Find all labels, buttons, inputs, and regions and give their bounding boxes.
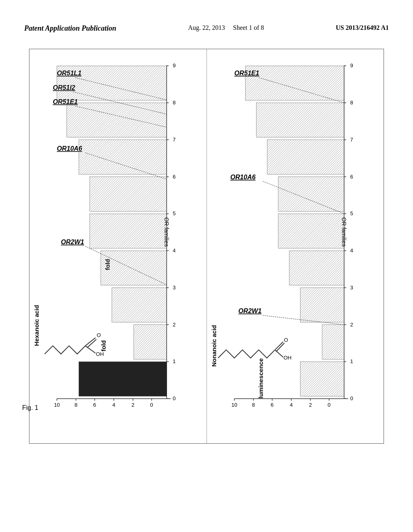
oxygen-symbol-right: O <box>284 337 288 343</box>
publication-type: Patent Application Publication <box>24 24 116 33</box>
lumi-4: 4 <box>290 402 292 408</box>
or-num-4-left: 4 <box>173 247 175 254</box>
gene-or2w1-left: OR2W1 <box>61 238 84 245</box>
or-num-5-right: 5 <box>350 210 353 216</box>
or-num-9-right: 9 <box>350 62 353 69</box>
or-num-6-right: 6 <box>350 174 353 180</box>
fold-6: 6 <box>93 402 96 408</box>
lumi-10: 10 <box>231 402 237 408</box>
bar-5-left <box>90 214 167 248</box>
or-num-4-right: 4 <box>350 247 353 254</box>
gene-or10a6-right: OR10A6 <box>230 173 256 181</box>
or-num-1-left: 1 <box>173 358 175 364</box>
bar-9-left <box>57 66 167 100</box>
page: Patent Application Publication Aug. 22, … <box>0 0 413 532</box>
svg-line-32 <box>275 350 283 357</box>
or-num-8-left: 8 <box>173 100 175 106</box>
header: Patent Application Publication Aug. 22, … <box>0 0 413 41</box>
or-num-7-left: 7 <box>173 137 175 143</box>
bar-7-left <box>79 140 167 175</box>
bar-8-right <box>256 103 344 137</box>
or-num-0-left: 0 <box>173 395 175 401</box>
bar-7-right <box>267 140 344 175</box>
gene-or2w1-right: OR2W1 <box>238 307 261 314</box>
or-num-9-left: 9 <box>173 62 175 69</box>
or-num-5-left: 5 <box>173 210 175 216</box>
fold-4: 4 <box>113 402 115 408</box>
bar-9-right <box>245 66 344 100</box>
right-chart-svg: OR51E1 OR10A6 OR2W1 Nonanoic acid <box>209 53 382 439</box>
hydroxyl-left: OH <box>96 351 104 357</box>
or-num-7-right: 7 <box>350 137 353 143</box>
left-chart-svg: OR51L1 OR51I2 OR51E1 OR10A6 OR2W1 H <box>31 53 204 439</box>
figure-container: Fig. 1 OR51L1 OR51I2 OR51E1 OR10A6 <box>0 41 413 452</box>
or-num-2-left: 2 <box>173 322 175 328</box>
bar-5-right <box>278 214 344 248</box>
fold-axis-text: fold <box>100 340 107 351</box>
bar-4-right <box>289 251 344 285</box>
bar-1-right <box>300 362 344 396</box>
oxygen-symbol-left: O <box>97 332 101 338</box>
or-num-0-right: 0 <box>350 395 353 401</box>
compound-name-left: Hexanoic acid <box>33 305 40 346</box>
or-num-1-right: 1 <box>350 358 353 364</box>
bar-4-left <box>101 251 167 285</box>
or-num-3-right: 3 <box>350 285 353 291</box>
bar-2-left <box>134 325 167 360</box>
main-figure: OR51L1 OR51I2 OR51E1 OR10A6 OR2W1 H <box>29 49 384 444</box>
bar-1-left <box>79 362 167 396</box>
header-center: Aug. 22, 2013 Sheet 1 of 8 <box>188 24 264 31</box>
lumi-6: 6 <box>271 402 273 408</box>
or-num-8-right: 8 <box>350 100 353 106</box>
lumi-0: 0 <box>327 402 330 408</box>
or-num-6-left: 6 <box>173 174 175 180</box>
bar-2-right <box>322 325 344 360</box>
svg-line-7 <box>86 346 96 353</box>
lumi-2: 2 <box>309 402 311 408</box>
lumi-8: 8 <box>252 402 254 408</box>
left-panel: OR51L1 OR51I2 OR51E1 OR10A6 OR2W1 H <box>29 49 207 443</box>
patent-number: US 2013/216492 A1 <box>336 24 389 31</box>
bar-3-left <box>112 288 167 322</box>
or-num-3-left: 3 <box>173 285 175 291</box>
bar-8-left <box>67 103 167 137</box>
fold-0: 0 <box>150 402 153 408</box>
fold-8: 8 <box>75 402 77 408</box>
compound-name-right: Nonanoic acid <box>210 325 217 366</box>
right-panel: OR51E1 OR10A6 OR2W1 Nonanoic acid <box>207 49 384 443</box>
or-num-2-right: 2 <box>350 322 353 328</box>
luminescence-label: luminescence <box>257 358 264 399</box>
fold-10: 10 <box>54 402 60 408</box>
bar-6-right <box>278 177 344 212</box>
fold-2: 2 <box>131 402 134 408</box>
bar-3-right <box>300 288 344 322</box>
sheet-info: Sheet 1 of 8 <box>233 24 264 31</box>
publication-date: Aug. 22, 2013 <box>188 24 225 31</box>
bar-6-left <box>90 177 167 212</box>
hydroxyl-right: OH <box>284 355 292 361</box>
